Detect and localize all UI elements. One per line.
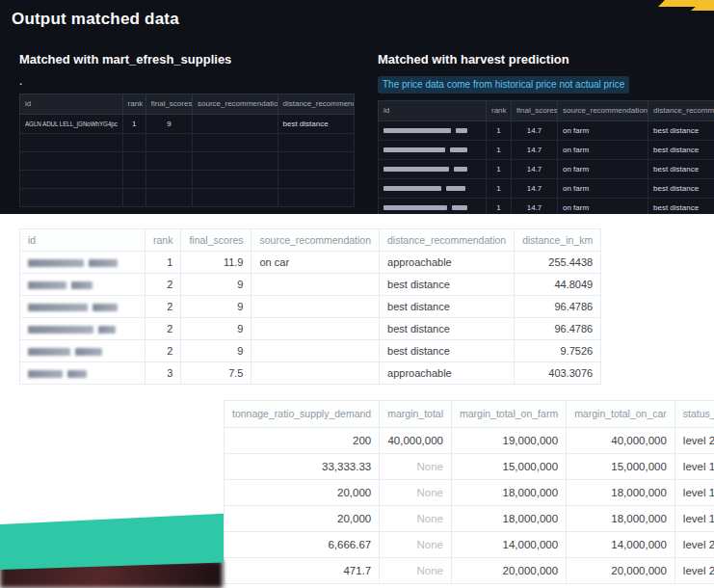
column-header-final_scores[interactable]: final_scores xyxy=(181,229,251,252)
harvest-dataframe[interactable]: idrankfinal_scoressource_recommendationd… xyxy=(378,100,714,214)
table-cell: 15,000,000 xyxy=(451,454,566,480)
column-header-distance_in_km[interactable]: distance_in_km xyxy=(515,229,601,252)
redacted-id-text xyxy=(454,167,467,172)
column-header-distance_recommendation[interactable]: distance_recommendation xyxy=(278,94,355,115)
table-cell: 1 xyxy=(487,141,512,160)
redacted-id-text xyxy=(67,370,87,378)
table-cell: 18,000,000 xyxy=(451,480,566,506)
column-header-source_recommendation[interactable]: source_recommendation xyxy=(251,229,380,252)
column-header-tonnage_ratio_supply_demand[interactable]: tonnage_ratio_supply_demand xyxy=(225,401,380,428)
table-cell: 2 xyxy=(145,296,181,318)
table-cell: best distance xyxy=(648,160,714,179)
table-cell: 1 xyxy=(487,199,512,215)
table-cell xyxy=(20,318,145,340)
column-header-rank[interactable]: rank xyxy=(122,94,145,115)
table-cell: 20,000 xyxy=(225,480,380,506)
column-header-source_recommendation[interactable]: source_recommendation xyxy=(558,101,648,121)
redacted-id-text xyxy=(383,167,449,172)
table-cell: None xyxy=(380,480,452,506)
column-header-rank[interactable]: rank xyxy=(145,229,181,252)
column-header-source_recommendation[interactable]: source_recommendation xyxy=(193,94,278,115)
redacted-id-text xyxy=(28,304,88,311)
table-cell xyxy=(20,134,123,152)
table-cell: 1 xyxy=(145,252,181,274)
supplies-table: idrankfinal_scoressource_recommendationd… xyxy=(19,94,355,207)
redacted-id-text xyxy=(28,259,84,267)
harvest-panel-title: Matched with harvest prediction xyxy=(378,52,714,67)
redacted-id-text xyxy=(28,281,66,289)
table-row: 114.7on farmbest distance xyxy=(379,199,714,215)
page-title: Output matched data xyxy=(12,10,179,29)
table-cell: 14.7 xyxy=(512,199,558,215)
header-row: idrankfinal_scoressource_recommendationd… xyxy=(379,101,714,121)
table-cell: on farm xyxy=(558,179,648,199)
table-cell: on farm xyxy=(558,160,648,179)
table-cell: 40,000,000 xyxy=(380,428,452,454)
table-cell xyxy=(20,171,123,189)
table-cell: 20,000 xyxy=(225,506,380,532)
table-row: 33,333.33None15,000,00015,000,000level 1 xyxy=(225,454,714,480)
table-row: 29best distance9.7526 xyxy=(20,340,601,362)
redacted-id-text xyxy=(446,186,465,191)
column-header-id[interactable]: id xyxy=(20,94,123,115)
column-header-final_scores[interactable]: final_scores xyxy=(145,94,192,115)
table-cell: None xyxy=(380,532,452,558)
redacted-id-text xyxy=(28,348,70,356)
table-cell xyxy=(251,340,380,362)
table-cell: 33,333.33 xyxy=(225,454,380,480)
redacted-id-text xyxy=(452,205,467,210)
column-header-final_scores[interactable]: final_scores xyxy=(512,101,558,121)
column-header-id[interactable]: id xyxy=(379,101,487,121)
table-cell: 19,000,000 xyxy=(451,428,566,454)
table-cell xyxy=(145,152,192,171)
table-cell xyxy=(379,160,487,179)
redacted-id-text xyxy=(28,326,93,334)
table-cell: 14.7 xyxy=(512,141,558,160)
table-cell: 2 xyxy=(145,274,181,296)
redacted-id-text xyxy=(98,326,116,334)
table-cell: 9 xyxy=(145,115,192,134)
table-row: 114.7on farmbest distance xyxy=(379,141,714,160)
column-header-status_lvl[interactable]: status_lvl xyxy=(674,401,714,428)
column-header-margin_total_on_farm[interactable]: margin_total_on_farm xyxy=(451,401,566,428)
table-cell: 14.7 xyxy=(512,121,558,141)
supplies-dataframe[interactable]: idrankfinal_scoressource_recommendationd… xyxy=(19,94,355,207)
column-header-margin_total_on_car[interactable]: margin_total_on_car xyxy=(567,401,675,428)
column-header-rank[interactable]: rank xyxy=(487,101,512,121)
table-cell: 96.4786 xyxy=(515,318,601,340)
column-header-distance_recommendation[interactable]: distance_recommendation xyxy=(648,101,714,121)
table-row: 29best distance96.4786 xyxy=(20,318,601,340)
supplies-panel: Matched with mart_efresh_supplies . idra… xyxy=(19,52,355,207)
table-cell: 1 xyxy=(487,179,512,199)
table-row xyxy=(20,189,355,207)
table-cell: None xyxy=(380,454,452,480)
table-cell: 2 xyxy=(145,318,181,340)
table-cell: approachable xyxy=(380,362,515,385)
table-cell: level 1 xyxy=(674,454,714,480)
table-cell xyxy=(251,274,380,296)
table-cell: AGLN ADUL LELL_|GNoWhYG4pc xyxy=(20,115,123,134)
column-header-margin_total[interactable]: margin_total xyxy=(380,401,452,428)
harvest-panel: Matched with harvest prediction The pric… xyxy=(378,52,714,214)
match-table: idrankfinal_scoressource_recommendationd… xyxy=(19,228,601,385)
table-cell: 14.7 xyxy=(512,160,558,179)
header-row: idrankfinal_scoressource_recommendationd… xyxy=(20,94,355,115)
table-cell xyxy=(193,115,278,134)
table-cell: None xyxy=(380,506,452,532)
column-header-distance_recommendation[interactable]: distance_recommendation xyxy=(380,229,515,252)
table-row: 29best distance96.4786 xyxy=(20,296,601,318)
redacted-id-text xyxy=(93,304,118,311)
margin-dataframe[interactable]: tonnage_ratio_supply_demandmargin_totalm… xyxy=(224,400,714,584)
table-cell xyxy=(193,152,278,171)
table-cell: 20,000,000 xyxy=(567,558,675,584)
table-row: 20,000None18,000,00018,000,000level 1 xyxy=(225,506,714,532)
table-row: 114.7on farmbest distance xyxy=(379,160,714,179)
table-cell: best distance xyxy=(648,121,714,141)
table-cell: level 1 xyxy=(674,480,714,506)
match-dataframe[interactable]: idrankfinal_scoressource_recommendationd… xyxy=(19,228,601,385)
redacted-id-text xyxy=(383,205,447,210)
table-cell: best distance xyxy=(648,199,714,215)
table-cell: level 1 xyxy=(674,506,714,532)
table-cell: 200 xyxy=(225,428,380,454)
column-header-id[interactable]: id xyxy=(20,229,145,252)
